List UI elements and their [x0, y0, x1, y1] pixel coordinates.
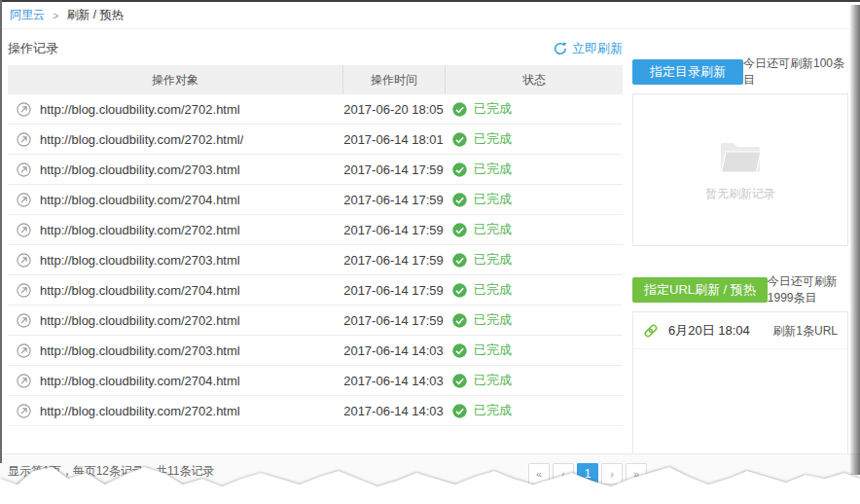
record-time: 2017-06-20 18:05	[342, 102, 445, 117]
url-refresh-button[interactable]: 指定URL刷新 / 预热	[632, 277, 768, 303]
page-title: 操作记录	[8, 40, 58, 57]
record-url[interactable]: http://blog.cloudbility.com/2703.html	[40, 253, 240, 268]
record-time: 2017-06-14 14:03	[342, 343, 445, 358]
status-badge: 已完成	[474, 281, 512, 299]
table-row: http://blog.cloudbility.com/2703.html 20…	[8, 336, 623, 366]
dir-refresh-empty-box: 暂无刷新记录	[632, 93, 848, 246]
check-circle-icon	[452, 132, 467, 147]
check-circle-icon	[452, 343, 467, 358]
operation-records-table: 操作对象 操作时间 状态 h	[8, 65, 623, 426]
url-refresh-quota: 今日还可刷新1999条目	[768, 273, 848, 306]
status-badge: 已完成	[474, 372, 512, 389]
status-badge: 已完成	[474, 311, 512, 329]
check-circle-icon	[452, 374, 467, 388]
record-time: 2017-06-14 14:03	[342, 374, 445, 388]
url-refresh-record-row[interactable]: 6月20日 18:04 刷新1条URL	[633, 312, 847, 349]
url-circle-icon	[17, 162, 31, 177]
status-badge: 已完成	[474, 161, 512, 178]
record-url[interactable]: http://blog.cloudbility.com/2704.html	[40, 193, 240, 207]
dir-refresh-quota: 今日还可刷新100条目	[743, 55, 848, 89]
status-badge: 已完成	[474, 221, 512, 238]
check-circle-icon	[452, 102, 467, 117]
check-circle-icon	[452, 283, 467, 298]
window-left-border	[0, 0, 2, 463]
window-top-border	[0, 0, 860, 2]
record-time: 2017-06-14 17:59	[342, 193, 445, 207]
table-row: http://blog.cloudbility.com/2702.html/ 2…	[8, 125, 623, 155]
refresh-now-button[interactable]: 立即刷新	[554, 40, 623, 57]
link-chain-icon	[643, 323, 659, 339]
url-circle-icon	[17, 132, 31, 147]
url-circle-icon	[17, 253, 31, 268]
record-time: 2017-06-14 18:01	[342, 132, 445, 147]
record-time: 6月20日 18:04	[668, 322, 750, 340]
check-circle-icon	[452, 193, 467, 207]
table-body: http://blog.cloudbility.com/2702.html 20…	[8, 94, 623, 426]
breadcrumb-home-link[interactable]: 阿里云	[10, 7, 45, 23]
check-circle-icon	[452, 253, 467, 268]
record-time: 2017-06-14 17:59	[342, 313, 445, 328]
dir-refresh-button[interactable]: 指定目录刷新	[632, 59, 743, 85]
record-url[interactable]: http://blog.cloudbility.com/2703.html	[40, 162, 240, 177]
check-circle-icon	[452, 313, 467, 328]
status-badge: 已完成	[474, 342, 512, 359]
url-circle-icon	[17, 223, 31, 237]
operation-records-panel: 操作记录 立即刷新 操作对象 操作时间 状态	[8, 29, 623, 426]
record-time: 2017-06-14 17:59	[342, 283, 445, 298]
record-url[interactable]: http://blog.cloudbility.com/2704.html	[40, 283, 240, 298]
table-row: http://blog.cloudbility.com/2702.html 20…	[8, 306, 623, 336]
pagination-last-button[interactable]: »	[626, 463, 647, 485]
table-row: http://blog.cloudbility.com/2702.html 20…	[8, 215, 623, 245]
refresh-now-label: 立即刷新	[572, 40, 623, 57]
url-circle-icon	[17, 313, 31, 328]
breadcrumb-current: 刷新 / 预热	[66, 7, 123, 23]
pagination-next-button[interactable]: ›	[601, 463, 623, 485]
table-row: http://blog.cloudbility.com/2702.html 20…	[8, 94, 623, 125]
record-time: 2017-06-14 17:59	[342, 253, 445, 268]
refresh-icon	[554, 42, 567, 55]
url-circle-icon	[17, 374, 31, 388]
status-badge: 已完成	[474, 251, 512, 269]
table-header-row: 操作对象 操作时间 状态	[8, 65, 623, 94]
url-circle-icon	[17, 404, 31, 418]
pagination-prev-button[interactable]: ‹	[553, 463, 574, 485]
folder-icon	[718, 138, 763, 174]
breadcrumb-separator: >	[53, 10, 58, 21]
record-url[interactable]: http://blog.cloudbility.com/2703.html	[40, 343, 240, 358]
window-right-shadow	[850, 5, 860, 475]
url-circle-icon	[17, 343, 31, 358]
column-header-status: 状态	[445, 65, 623, 94]
column-header-time: 操作时间	[342, 65, 445, 94]
record-desc: 刷新1条URL	[772, 323, 838, 340]
status-badge: 已完成	[474, 130, 512, 148]
record-url[interactable]: http://blog.cloudbility.com/2702.html	[40, 223, 240, 237]
side-panels: 指定目录刷新 今日还可刷新100条目 暂无刷新记录 指定URL刷新 / 预热 今…	[632, 55, 848, 465]
url-circle-icon	[17, 283, 31, 298]
table-row: http://blog.cloudbility.com/2704.html 20…	[8, 366, 623, 396]
record-url[interactable]: http://blog.cloudbility.com/2702.html/	[40, 132, 243, 147]
pagination: « ‹ 1 › »	[528, 463, 647, 485]
pagination-first-button[interactable]: «	[528, 463, 550, 485]
record-url[interactable]: http://blog.cloudbility.com/2702.html	[40, 102, 240, 117]
table-row: http://blog.cloudbility.com/2703.html 20…	[8, 155, 623, 185]
breadcrumb: 阿里云 > 刷新 / 预热	[0, 2, 850, 29]
url-circle-icon	[17, 193, 31, 207]
check-circle-icon	[452, 162, 467, 177]
table-row: http://blog.cloudbility.com/2704.html 20…	[8, 275, 623, 306]
pagination-summary: 显示第1页，每页12条记录，共11条记录	[8, 463, 214, 480]
table-row: http://blog.cloudbility.com/2704.html 20…	[8, 185, 623, 215]
refresh-preheat-page: 阿里云 > 刷新 / 预热 操作记录 立即刷新 操作对象 操作时间 状态	[0, 0, 860, 504]
check-circle-icon	[452, 223, 467, 237]
record-url[interactable]: http://blog.cloudbility.com/2702.html	[40, 404, 240, 418]
table-row: http://blog.cloudbility.com/2702.html 20…	[8, 396, 623, 426]
pagination-page-1-button[interactable]: 1	[577, 463, 598, 485]
status-badge: 已完成	[474, 100, 512, 118]
check-circle-icon	[452, 404, 467, 418]
record-url[interactable]: http://blog.cloudbility.com/2704.html	[40, 374, 240, 388]
url-circle-icon	[17, 102, 31, 117]
url-refresh-records-box: 6月20日 18:04 刷新1条URL	[632, 311, 848, 465]
empty-state-text: 暂无刷新记录	[705, 186, 775, 202]
record-time: 2017-06-14 14:03	[342, 404, 445, 418]
record-time: 2017-06-14 17:59	[342, 162, 445, 177]
record-url[interactable]: http://blog.cloudbility.com/2702.html	[40, 313, 240, 328]
